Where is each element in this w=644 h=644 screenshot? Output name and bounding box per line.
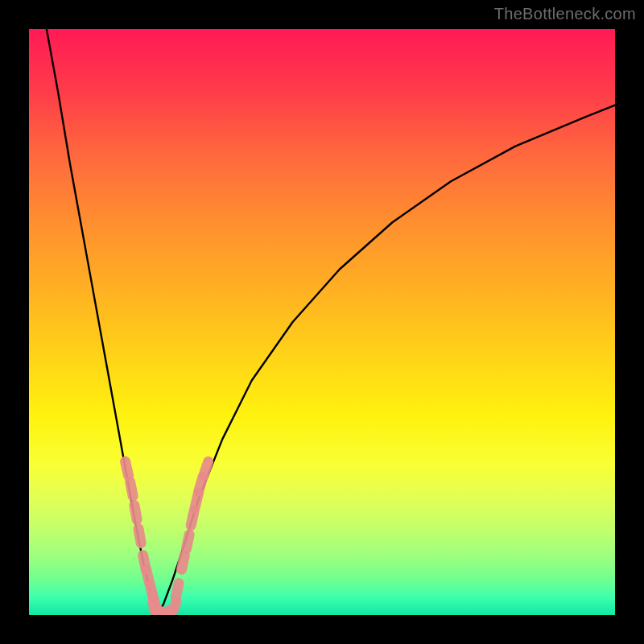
- highlight-marker: [130, 482, 134, 497]
- highlight-marker: [134, 506, 137, 520]
- highlight-marker: [191, 511, 194, 526]
- highlight-marker: [126, 461, 129, 476]
- plot-area: [29, 29, 615, 615]
- highlight-marker: [186, 535, 189, 549]
- highlight-marker: [138, 529, 141, 543]
- highlight-marker: [170, 602, 176, 615]
- highlight-marker: [204, 461, 208, 475]
- series-right-branch: [158, 105, 615, 615]
- watermark-text: TheBottleneck.com: [494, 5, 636, 23]
- marker-layer: [126, 461, 208, 615]
- chart-svg: [29, 29, 615, 615]
- curve-layer: [47, 29, 615, 615]
- chart-frame: TheBottleneck.com: [0, 0, 644, 644]
- highlight-marker: [175, 584, 179, 598]
- highlight-marker: [182, 555, 185, 570]
